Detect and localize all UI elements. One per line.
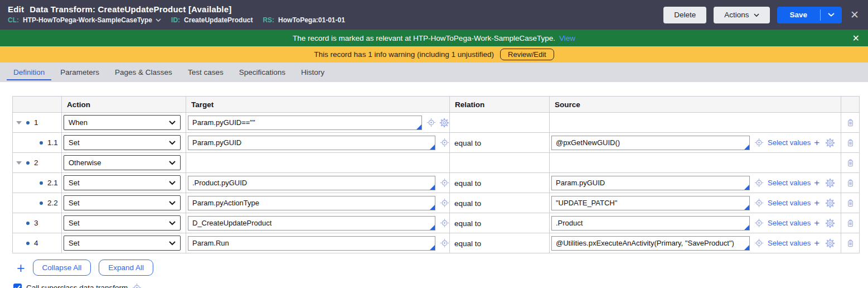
- select-values-link[interactable]: Select values+: [768, 238, 819, 248]
- trash-icon[interactable]: [846, 178, 855, 188]
- warning-banner: This record has 1 info warning (includin…: [0, 46, 868, 63]
- tab-parameters[interactable]: Parameters: [52, 63, 107, 82]
- chevron-down-icon: [169, 121, 176, 125]
- action-select[interactable]: Set: [64, 195, 181, 210]
- row-number-cell: 1: [13, 118, 61, 127]
- tab-history[interactable]: History: [293, 63, 332, 82]
- action-select[interactable]: When: [64, 115, 181, 130]
- row-bullet: [40, 141, 43, 145]
- relation-value: equal to: [450, 199, 481, 208]
- chevron-down-icon: [169, 181, 176, 185]
- relation-value: equal to: [450, 179, 481, 188]
- select-values-link[interactable]: Select values+: [768, 178, 819, 188]
- target-input[interactable]: [188, 216, 435, 231]
- save-button[interactable]: Save: [777, 7, 821, 23]
- superclass-label: Call superclass data transform: [26, 284, 128, 288]
- select-values-link[interactable]: Select values+: [768, 138, 819, 147]
- select-values-label: Select values: [768, 239, 811, 247]
- edit-label: Edit: [8, 4, 24, 14]
- select-values-link[interactable]: Select values+: [768, 198, 819, 208]
- crosshair-target-icon[interactable]: [754, 178, 764, 188]
- relevant-banner-text: The record is marked as relevant at HTP-…: [293, 34, 555, 42]
- row-bullet: [40, 181, 43, 185]
- action-select-value: Set: [69, 199, 80, 207]
- action-select[interactable]: Set: [64, 135, 181, 150]
- crosshair-target-icon[interactable]: [754, 138, 764, 147]
- crosshair-target-icon[interactable]: [754, 218, 764, 228]
- source-input[interactable]: [551, 196, 750, 210]
- target-input[interactable]: [188, 196, 435, 210]
- tab-definition[interactable]: Definition: [6, 63, 52, 82]
- record-meta-item: RS:HowToPega:01-01-01: [263, 16, 345, 24]
- review-edit-button[interactable]: Review/Edit: [500, 49, 554, 60]
- gear-icon[interactable]: [825, 238, 835, 248]
- source-input[interactable]: [551, 216, 750, 231]
- target-input[interactable]: [188, 176, 435, 190]
- view-link[interactable]: View: [559, 34, 575, 42]
- delete-button-label: Delete: [674, 11, 696, 19]
- crosshair-target-icon[interactable]: [754, 198, 764, 208]
- crosshair-target-icon[interactable]: [440, 238, 449, 248]
- banner-close-icon[interactable]: ✕: [852, 33, 860, 44]
- table-row: 2.1Setequal toSelect values+: [13, 173, 860, 193]
- tab-pages-classes[interactable]: Pages & Classes: [107, 63, 180, 82]
- crosshair-target-icon[interactable]: [754, 238, 764, 248]
- target-input[interactable]: [188, 116, 422, 130]
- row-number: 3: [34, 219, 38, 227]
- trash-icon[interactable]: [846, 158, 855, 167]
- actions-button[interactable]: Actions: [714, 7, 769, 23]
- gear-icon[interactable]: [825, 138, 835, 148]
- chevron-down-icon[interactable]: [156, 18, 161, 22]
- trash-icon[interactable]: [846, 238, 855, 248]
- table-row: 4Setequal toSelect values+: [13, 233, 860, 253]
- trash-icon[interactable]: [846, 218, 855, 228]
- column-header: Relation: [450, 97, 550, 113]
- relation-value: equal to: [450, 219, 481, 228]
- save-dropdown-button[interactable]: [821, 7, 842, 23]
- target-input[interactable]: [188, 236, 435, 251]
- crosshair-target-icon[interactable]: [440, 218, 449, 228]
- tab-specifications[interactable]: Specifications: [231, 63, 293, 82]
- plus-icon: +: [814, 178, 819, 188]
- gear-icon[interactable]: [439, 118, 449, 128]
- definition-panel: ActionTargetRelationSource 1When1.1Seteq…: [0, 82, 868, 288]
- trash-icon[interactable]: [846, 118, 855, 127]
- collapse-all-button[interactable]: Collapse All: [33, 260, 91, 276]
- action-select[interactable]: Set: [64, 236, 181, 251]
- add-row-icon[interactable]: +: [17, 262, 25, 273]
- collapse-triangle-icon[interactable]: [16, 161, 22, 165]
- collapse-triangle-icon[interactable]: [16, 121, 22, 124]
- trash-icon[interactable]: [846, 138, 855, 147]
- action-select-value: Set: [69, 138, 80, 147]
- superclass-checkbox[interactable]: [13, 284, 22, 288]
- source-input[interactable]: [551, 176, 750, 190]
- action-select[interactable]: Set: [64, 175, 181, 190]
- gear-icon[interactable]: [825, 198, 835, 208]
- source-input[interactable]: [551, 136, 750, 150]
- gear-icon[interactable]: [825, 178, 835, 188]
- tab-test-cases[interactable]: Test cases: [180, 63, 231, 82]
- delete-button[interactable]: Delete: [663, 7, 706, 23]
- crosshair-target-icon[interactable]: [132, 283, 142, 288]
- target-field: [188, 136, 435, 150]
- action-select[interactable]: Set: [64, 215, 181, 231]
- crosshair-target-icon[interactable]: [426, 118, 436, 127]
- close-icon[interactable]: ✕: [850, 9, 859, 20]
- target-field: [188, 196, 435, 210]
- header-bar: Edit Data Transform: CreateUpdateProduct…: [0, 0, 868, 30]
- crosshair-target-icon[interactable]: [440, 138, 449, 147]
- record-meta-item: ID:CreateUpdateProduct: [171, 16, 253, 24]
- action-select[interactable]: Otherwise: [64, 155, 181, 170]
- gear-icon[interactable]: [825, 218, 835, 228]
- chevron-down-icon: [754, 13, 759, 17]
- select-values-link[interactable]: Select values+: [768, 218, 819, 228]
- crosshair-target-icon[interactable]: [440, 198, 449, 208]
- row-number-cell: 3: [13, 219, 61, 227]
- trash-icon[interactable]: [846, 198, 855, 208]
- source-input[interactable]: [551, 236, 750, 251]
- crosshair-target-icon[interactable]: [440, 178, 449, 188]
- record-meta: CL:HTP-HowToPega-Work-SampleCaseTypeID:C…: [8, 16, 355, 24]
- table-row: 1When: [13, 113, 860, 133]
- expand-all-button[interactable]: Expand All: [99, 260, 153, 276]
- target-input[interactable]: [188, 136, 435, 150]
